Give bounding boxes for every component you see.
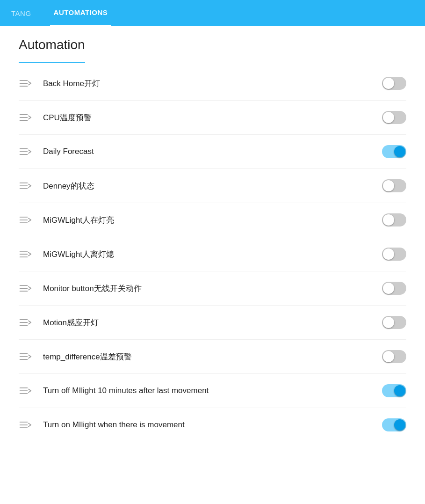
toggle-switch[interactable] — [382, 179, 406, 192]
svg-rect-7 — [20, 151, 28, 152]
svg-rect-22 — [20, 322, 28, 323]
toggle-switch[interactable] — [382, 282, 406, 295]
svg-rect-6 — [20, 148, 28, 149]
toggle-switch[interactable] — [382, 213, 406, 226]
list-item: Turn on MIlight when there is movement — [19, 408, 406, 442]
page-content: Automation Back Home开灯 CPU温度预警 — [0, 26, 425, 442]
svg-rect-17 — [20, 256, 28, 257]
svg-rect-27 — [20, 387, 28, 388]
automation-name: CPU温度预警 — [43, 112, 371, 123]
svg-rect-23 — [20, 325, 28, 326]
svg-rect-24 — [20, 353, 28, 354]
drag-handle-icon[interactable] — [19, 78, 32, 89]
svg-rect-2 — [20, 86, 28, 87]
svg-rect-19 — [20, 288, 28, 289]
svg-rect-20 — [20, 291, 28, 292]
svg-rect-26 — [20, 359, 28, 360]
svg-rect-29 — [20, 393, 28, 394]
svg-rect-18 — [20, 285, 28, 286]
automation-name: Turn off MIlight 10 minutes after last m… — [43, 386, 371, 395]
svg-rect-21 — [20, 319, 28, 320]
automation-name: MiGWLight人离灯熄 — [43, 249, 371, 260]
list-item: MiGWLight人在灯亮 — [19, 203, 406, 237]
nav-item-tang[interactable]: TANG — [7, 0, 35, 26]
toggle-switch[interactable] — [382, 77, 406, 90]
svg-rect-14 — [20, 222, 28, 223]
list-item: Denney的状态 — [19, 169, 406, 203]
list-item: Monitor button无线开关动作 — [19, 271, 406, 306]
drag-handle-icon[interactable] — [19, 317, 32, 328]
drag-handle-icon[interactable] — [19, 351, 32, 362]
svg-rect-4 — [20, 117, 28, 118]
drag-handle-icon[interactable] — [19, 146, 32, 157]
drag-handle-icon[interactable] — [19, 214, 32, 226]
drag-handle-icon[interactable] — [19, 248, 32, 260]
svg-rect-9 — [20, 183, 28, 183]
list-item: temp_difference温差预警 — [19, 340, 406, 374]
toggle-switch[interactable] — [382, 350, 406, 363]
svg-rect-1 — [20, 83, 28, 84]
drag-handle-icon[interactable] — [19, 180, 32, 191]
svg-rect-11 — [20, 188, 28, 189]
list-item: Daily Forecast — [19, 135, 406, 169]
svg-rect-13 — [20, 219, 28, 220]
svg-rect-3 — [20, 114, 28, 115]
toggle-switch[interactable] — [382, 145, 406, 158]
list-item: MiGWLight人离灯熄 — [19, 237, 406, 271]
svg-rect-8 — [20, 154, 28, 155]
automation-name: MiGWLight人在灯亮 — [43, 215, 371, 226]
svg-rect-0 — [20, 80, 28, 81]
automation-name: temp_difference温差预警 — [43, 351, 371, 362]
drag-handle-icon[interactable] — [19, 283, 32, 294]
svg-rect-30 — [20, 422, 28, 423]
list-item: Motion感应开灯 — [19, 306, 406, 340]
automation-name: Daily Forecast — [43, 147, 371, 156]
list-item: Turn off MIlight 10 minutes after last m… — [19, 374, 406, 408]
svg-rect-12 — [20, 217, 28, 218]
toggle-switch[interactable] — [382, 316, 406, 329]
svg-rect-32 — [20, 427, 28, 428]
automation-name: Back Home开灯 — [43, 78, 371, 89]
svg-rect-5 — [20, 120, 28, 121]
drag-handle-icon[interactable] — [19, 419, 32, 431]
svg-rect-16 — [20, 254, 28, 255]
svg-rect-28 — [20, 390, 28, 391]
automation-name: Monitor button无线开关动作 — [43, 283, 371, 294]
svg-rect-15 — [20, 251, 28, 252]
automation-name: Motion感应开灯 — [43, 317, 371, 328]
svg-rect-10 — [20, 185, 28, 186]
top-nav: TANG AUTOMATIONS — [0, 0, 425, 26]
list-item: CPU温度预警 — [19, 101, 406, 135]
nav-item-automations[interactable]: AUTOMATIONS — [50, 0, 112, 26]
drag-handle-icon[interactable] — [19, 385, 32, 396]
svg-rect-31 — [20, 424, 28, 425]
svg-rect-25 — [20, 356, 28, 357]
page-title: Automation — [19, 26, 85, 63]
automation-list: Back Home开灯 CPU温度预警 Daily Forecast Den — [19, 66, 406, 442]
list-item: Back Home开灯 — [19, 66, 406, 101]
automation-name: Denney的状态 — [43, 181, 371, 191]
toggle-switch[interactable] — [382, 248, 406, 261]
toggle-switch[interactable] — [382, 384, 406, 397]
toggle-switch[interactable] — [382, 418, 406, 431]
automation-name: Turn on MIlight when there is movement — [43, 420, 371, 430]
toggle-switch[interactable] — [382, 111, 406, 124]
drag-handle-icon[interactable] — [19, 112, 32, 123]
